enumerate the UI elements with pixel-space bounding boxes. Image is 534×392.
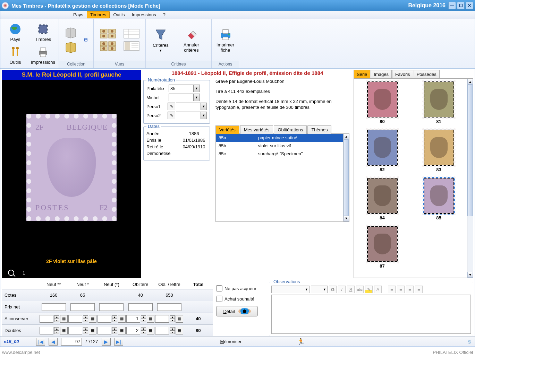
variete-row[interactable]: 85csurchargé "Specimen": [216, 150, 343, 158]
tab-serie[interactable]: Série: [354, 70, 370, 78]
spin-up-icon[interactable]: ▲: [54, 327, 59, 331]
dropdown-icon[interactable]: ▼: [201, 103, 207, 110]
highlight-button[interactable]: ✎: [365, 286, 373, 293]
spin-down-icon[interactable]: ▼: [141, 331, 146, 334]
zoom-value[interactable]: 1: [23, 270, 25, 276]
nav-last-button[interactable]: ▶|: [114, 338, 123, 346]
scroll-up-icon[interactable]: ▲: [344, 134, 349, 140]
annuler-criteres-button[interactable]: Annuler critères: [177, 27, 206, 53]
tab-mes-varietes[interactable]: Mes variétés: [240, 125, 273, 134]
menu-impressions[interactable]: Impressions: [128, 11, 160, 18]
spin-down-icon[interactable]: ▼: [83, 331, 88, 334]
dropdown-icon[interactable]: ▼: [201, 112, 207, 119]
price-input[interactable]: [42, 303, 66, 311]
state-icon[interactable]: ▦: [147, 315, 154, 323]
num-perso1-input[interactable]: [176, 103, 201, 110]
scroll-thumb[interactable]: [467, 85, 473, 216]
pen-icon[interactable]: ✎: [168, 112, 175, 119]
font-size-select[interactable]: ▼: [311, 286, 328, 293]
observations-textarea[interactable]: [271, 295, 471, 334]
gallery-item[interactable]: 81: [415, 81, 463, 124]
spin-up-icon[interactable]: ▲: [170, 327, 175, 331]
scrollbar[interactable]: ▲ ▼: [343, 134, 349, 221]
bold-button[interactable]: G: [329, 286, 337, 293]
view-tiles-icon[interactable]: [100, 28, 116, 39]
dropdown-icon[interactable]: ▼: [194, 85, 200, 92]
price-input[interactable]: [70, 303, 95, 311]
view-tiles-icon-2[interactable]: [100, 41, 116, 51]
nav-first-button[interactable]: |◀: [36, 338, 45, 346]
scroll-down-icon[interactable]: ▼: [467, 272, 473, 278]
scroll-thumb[interactable]: [344, 140, 349, 216]
minimize-button[interactable]: —: [448, 2, 456, 9]
state-icon[interactable]: ▦: [60, 315, 68, 323]
qty-input[interactable]: [40, 315, 53, 323]
tab-possedes[interactable]: Possédés: [414, 70, 440, 78]
qty-input[interactable]: [98, 315, 111, 323]
gallery-item[interactable]: 80: [358, 81, 406, 124]
close-button[interactable]: ✕: [466, 2, 473, 9]
stamp-image[interactable]: 2FBELGIQUE POSTESF2: [26, 80, 117, 255]
price-input[interactable]: [157, 303, 181, 311]
state-icon[interactable]: ▦: [176, 315, 183, 323]
gallery-item[interactable]: 82: [358, 130, 406, 172]
tab-favoris[interactable]: Favoris: [392, 70, 413, 78]
tab-themes[interactable]: Thèmes: [307, 125, 331, 134]
italic-button[interactable]: I: [338, 286, 346, 293]
variete-row[interactable]: 85apapier mince satiné: [216, 134, 343, 142]
qty-input[interactable]: [40, 327, 53, 334]
album-icon[interactable]: [65, 26, 77, 39]
maximize-button[interactable]: ☐: [457, 2, 465, 9]
qty-input[interactable]: [98, 327, 111, 334]
ne-pas-acquerir-check[interactable]: Ne pas acquérir: [216, 285, 265, 291]
spin-down-icon[interactable]: ▼: [83, 319, 88, 322]
menu-timbres[interactable]: Timbres: [87, 11, 110, 18]
spin-up-icon[interactable]: ▲: [54, 315, 59, 319]
price-input[interactable]: [128, 303, 153, 311]
criteres-button[interactable]: Critères ▼: [151, 28, 170, 52]
num-philatelix-input[interactable]: [169, 85, 194, 92]
strike-button[interactable]: abc: [356, 286, 364, 293]
scroll-down-icon[interactable]: ▼: [344, 216, 349, 221]
state-icon[interactable]: ▦: [147, 327, 154, 334]
price-input[interactable]: [99, 303, 124, 311]
underline-button[interactable]: S: [347, 286, 355, 293]
variete-row[interactable]: 85bviolet sur lilas vif: [216, 142, 343, 150]
runner-icon[interactable]: 🏃: [297, 338, 305, 346]
align-left-icon[interactable]: ≡: [388, 286, 396, 293]
spin-down-icon[interactable]: ▼: [170, 319, 175, 322]
state-icon[interactable]: ▦: [176, 327, 183, 334]
view-list-icon[interactable]: [123, 28, 140, 39]
spin-down-icon[interactable]: ▼: [54, 331, 59, 334]
qty-input[interactable]: [68, 315, 82, 323]
dropdown-icon[interactable]: ▼: [194, 94, 200, 101]
qty-input[interactable]: [126, 327, 140, 334]
qty-input[interactable]: [68, 327, 82, 334]
qty-input[interactable]: [155, 315, 169, 323]
color-button[interactable]: A: [374, 286, 382, 293]
imprimer-fiche-button[interactable]: Imprimer fiche: [216, 27, 235, 53]
scroll-up-icon[interactable]: ▲: [467, 79, 473, 85]
spin-up-icon[interactable]: ▲: [170, 315, 175, 319]
spin-up-icon[interactable]: ▲: [141, 327, 146, 331]
view-detail-icon[interactable]: [123, 41, 140, 51]
tab-images[interactable]: Images: [371, 70, 392, 78]
achat-souhaite-check[interactable]: Achat souhaité: [216, 296, 265, 302]
spin-up-icon[interactable]: ▲: [83, 327, 88, 331]
state-icon[interactable]: ▦: [118, 315, 126, 323]
save-icon[interactable]: [84, 33, 88, 47]
align-right-icon[interactable]: ≡: [406, 286, 414, 293]
magnifier-icon[interactable]: [8, 270, 14, 276]
album-gold-icon[interactable]: [65, 41, 77, 53]
spin-down-icon[interactable]: ▼: [170, 331, 175, 334]
nav-pays[interactable]: Pays: [2, 21, 29, 43]
nav-timbres[interactable]: Timbres: [29, 21, 57, 43]
state-icon[interactable]: ▦: [118, 327, 126, 334]
spin-up-icon[interactable]: ▲: [141, 315, 146, 319]
menu-pays[interactable]: Pays: [70, 11, 87, 18]
memoriser-button[interactable]: Mémoriser: [220, 339, 241, 344]
num-perso2-input[interactable]: [176, 112, 201, 119]
spin-up-icon[interactable]: ▲: [83, 315, 88, 319]
spin-down-icon[interactable]: ▼: [141, 319, 146, 322]
nav-outils[interactable]: Outils: [2, 44, 29, 66]
